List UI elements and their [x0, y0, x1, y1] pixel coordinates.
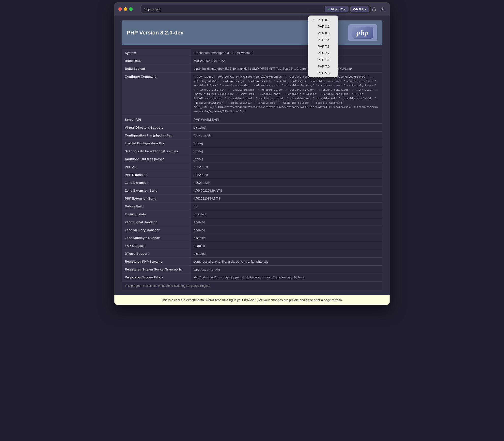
- table-row: Configuration File (php.ini) Path/usr/lo…: [122, 132, 382, 139]
- row-value: 20220829: [191, 163, 382, 171]
- row-value: (none): [191, 139, 382, 147]
- php-version-title: PHP Version 8.2.0-dev: [127, 30, 184, 36]
- row-label: Zend Memory Manager: [122, 226, 191, 234]
- footer-text: This program makes use of the Zend Scrip…: [125, 284, 210, 288]
- dropdown-item-label: PHP 7.4: [318, 38, 330, 42]
- dropdown-item-php71[interactable]: PHP 7.1: [308, 56, 338, 63]
- download-button[interactable]: [379, 6, 386, 12]
- table-row: Configure Command'./configure' 'PKG_CONF…: [122, 73, 382, 116]
- dropdown-item-php74[interactable]: PHP 7.4: [308, 36, 338, 43]
- dropdown-item-label: PHP 8.0: [318, 31, 330, 35]
- share-button[interactable]: [371, 6, 377, 12]
- table-row: Thread Safetydisabled: [122, 210, 382, 218]
- php-version-dropdown[interactable]: ✓ PHP 8.2 ▾: [325, 6, 348, 12]
- wp-version-button[interactable]: WP 6.1 ▾: [350, 6, 369, 12]
- row-label: PHP Extension: [122, 171, 191, 179]
- row-label: PHP API: [122, 163, 191, 171]
- footer-note: This program makes use of the Zend Scrip…: [122, 281, 382, 290]
- php-logo: php: [348, 24, 377, 41]
- table-row: Zend Memory Managerenabled: [122, 226, 382, 234]
- row-label: Thread Safety: [122, 210, 191, 218]
- row-value: PHP WASM SAPI: [191, 116, 382, 124]
- dropdown-item-label: PHP 7.3: [318, 45, 330, 48]
- row-label: Zend Signal Handling: [122, 218, 191, 226]
- table-row: Registered Stream Socket Transportstcp, …: [122, 266, 382, 273]
- dropdown-item-php72[interactable]: PHP 7.2: [308, 50, 338, 56]
- row-value: disabled: [191, 250, 382, 258]
- browser-window: /phpinfo.php ✓ PHP 8.2 ▾ WP 6.1 ▾: [114, 2, 390, 305]
- dropdown-item-php73[interactable]: PHP 7.3: [308, 43, 338, 50]
- row-value: enabled: [191, 226, 382, 234]
- dropdown-item-php81[interactable]: PHP 8.1: [308, 23, 338, 30]
- url-text: /phpinfo.php: [144, 7, 161, 11]
- row-value: 420220829: [191, 179, 382, 187]
- row-label: Build System: [122, 65, 191, 73]
- row-label: Virtual Directory Support: [122, 124, 191, 132]
- table-row: Server APIPHP WASM SAPI: [122, 116, 382, 124]
- dropdown-item-php82[interactable]: ✓ PHP 8.2: [308, 17, 338, 23]
- dropdown-item-label: PHP 8.1: [318, 25, 330, 28]
- bottom-bar: This is a cool fun experimental WordPres…: [114, 295, 390, 305]
- row-label: Scan this dir for additional .ini files: [122, 147, 191, 155]
- dropdown-item-label: PHP 7.0: [318, 65, 330, 68]
- selected-checkmark: ✓: [312, 18, 316, 22]
- row-value: disabled: [191, 234, 382, 242]
- table-row: Build DateMar 25 2023 08:12:52: [122, 57, 382, 65]
- row-label: Loaded Configuration File: [122, 139, 191, 147]
- dropdown-item-label: PHP 7.2: [318, 51, 330, 55]
- php-version-dropdown-menu: ✓ PHP 8.2 PHP 8.1 PHP 8.0 PHP 7.4 PHP 7.…: [308, 16, 338, 77]
- table-row: PHP Extension BuildAPI20220829,NTS: [122, 195, 382, 203]
- dropdown-item-php56[interactable]: PHP 5.6: [308, 70, 338, 76]
- table-row: Registered Stream Filterszlib.*, string.…: [122, 273, 382, 281]
- table-row: Virtual Directory Supportdisabled: [122, 124, 382, 132]
- table-row: IPv6 Supportenabled: [122, 242, 382, 250]
- table-row: PHP Extension20220829: [122, 171, 382, 179]
- bottom-bar-text: This is a cool fun experimental WordPres…: [161, 298, 343, 302]
- row-label: Registered PHP Streams: [122, 258, 191, 266]
- traffic-lights: [118, 7, 133, 11]
- php-header: PHP Version 8.2.0-dev php: [122, 20, 382, 45]
- close-button[interactable]: [118, 7, 122, 11]
- row-label: Registered Stream Socket Transports: [122, 266, 191, 273]
- row-label: Additional .ini files parsed: [122, 155, 191, 163]
- checkmark-icon: ✓: [327, 7, 330, 11]
- row-value: disabled: [191, 210, 382, 218]
- row-value: Emscripten emscripten 3.1.21 #1 wasm32: [191, 49, 382, 57]
- dropdown-item-php70[interactable]: PHP 7.0: [308, 63, 338, 70]
- table-row: Scan this dir for additional .ini files(…: [122, 147, 382, 155]
- chevron-down-icon: ▾: [344, 7, 346, 11]
- row-value: './configure' 'PKG_CONFIG_PATH=/root/lib…: [191, 73, 382, 116]
- table-row: Loaded Configuration File(none): [122, 139, 382, 147]
- row-value: enabled: [191, 218, 382, 226]
- row-value: enabled: [191, 242, 382, 250]
- table-row: Zend Extension420220829: [122, 179, 382, 187]
- row-label: System: [122, 49, 191, 57]
- row-value: API420220829,NTS: [191, 187, 382, 195]
- table-row: PHP API20220829: [122, 163, 382, 171]
- table-row: SystemEmscripten emscripten 3.1.21 #1 wa…: [122, 49, 382, 57]
- row-label: Zend Extension: [122, 179, 191, 187]
- row-label: Zend Multibyte Support: [122, 234, 191, 242]
- row-value: /usr/local/etc: [191, 132, 382, 139]
- dropdown-item-php80[interactable]: PHP 8.0: [308, 30, 338, 36]
- row-label: Zend Extension Build: [122, 187, 191, 195]
- row-value: (none): [191, 147, 382, 155]
- row-label: DTrace Support: [122, 250, 191, 258]
- row-value: API20220829,NTS: [191, 195, 382, 203]
- table-row: Zend Multibyte Supportdisabled: [122, 234, 382, 242]
- titlebar: /phpinfo.php ✓ PHP 8.2 ▾ WP 6.1 ▾: [114, 3, 390, 16]
- row-value: zlib.*, string.rot13, string.toupper, st…: [191, 273, 382, 281]
- dropdown-item-label: PHP 7.1: [318, 58, 330, 62]
- row-label: Registered Stream Filters: [122, 273, 191, 281]
- maximize-button[interactable]: [129, 7, 133, 11]
- table-row: Debug Buildno: [122, 203, 382, 210]
- php-logo-text: php: [352, 27, 373, 39]
- row-value: Linux buildkitsandbox 5.15.49-linuxkit #…: [191, 65, 382, 73]
- php-info-table: SystemEmscripten emscripten 3.1.21 #1 wa…: [122, 49, 382, 281]
- php-version-label: PHP 8.2: [331, 7, 343, 11]
- minimize-button[interactable]: [124, 7, 127, 11]
- table-row: Build SystemLinux buildkitsandbox 5.15.4…: [122, 65, 382, 73]
- row-label: Build Date: [122, 57, 191, 65]
- row-value: tcp, udp, unix, udg: [191, 266, 382, 273]
- row-value: (none): [191, 155, 382, 163]
